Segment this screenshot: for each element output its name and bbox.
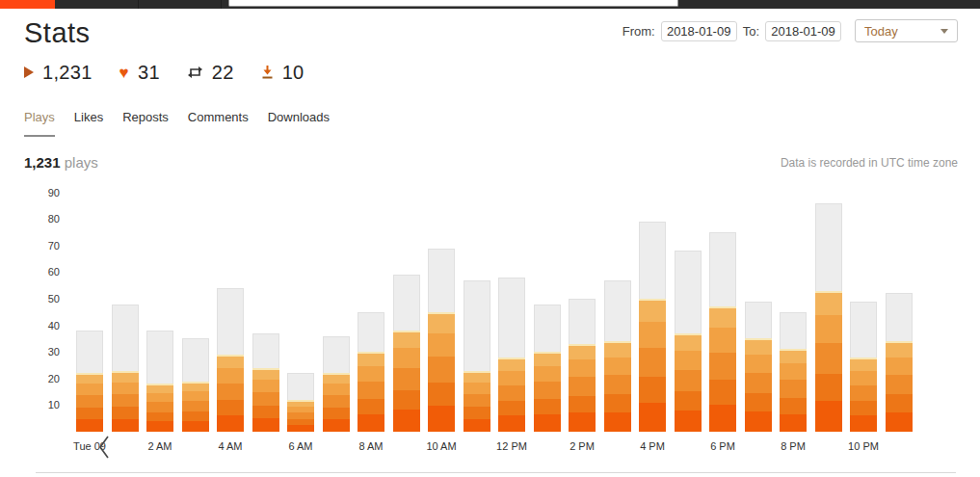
bar-highlight-segment [639, 299, 666, 432]
chart-bar[interactable] [886, 293, 913, 432]
tab-downloads[interactable]: Downloads [268, 110, 330, 137]
bar-remainder-segment [464, 280, 490, 371]
tab-comments[interactable]: Comments [188, 110, 249, 137]
bar-slot [886, 187, 913, 432]
y-tick-label: 70 [24, 240, 60, 252]
page-title: Stats [24, 18, 91, 47]
bar-slot [252, 187, 279, 432]
bar-slot: 8 PM [780, 187, 807, 432]
likes-stat: ♥ 31 [119, 62, 160, 84]
chart-bar[interactable] [112, 305, 139, 432]
from-date-input[interactable] [661, 21, 737, 41]
chart-bar[interactable] [745, 302, 772, 432]
to-date-input[interactable] [765, 21, 841, 41]
bar-remainder-segment [112, 305, 139, 371]
top-navbar [0, 0, 980, 9]
chart-bar[interactable] [498, 278, 525, 432]
bar-remainder-segment [745, 302, 772, 338]
to-label: To: [743, 24, 759, 39]
chart-bar[interactable] [358, 312, 384, 432]
plays-chart: 102030405060708090 Tue 092 AM4 AM6 AM8 A… [24, 187, 958, 472]
range-select[interactable]: Today [855, 19, 958, 42]
play-icon [24, 66, 34, 78]
y-tick-label: 30 [24, 346, 60, 358]
bar-slot [534, 187, 561, 432]
bar-remainder-segment [358, 312, 384, 352]
bar-remainder-segment [498, 278, 525, 358]
chart-bar[interactable] [569, 299, 596, 432]
stats-page: Stats From: To: Today 1,231 ♥ 31 [0, 0, 980, 473]
x-axis [76, 432, 958, 472]
chart-bar[interactable] [709, 232, 736, 432]
bar-highlight-segment [745, 338, 772, 432]
chart-bar[interactable] [780, 312, 807, 432]
bar-remainder-segment [287, 373, 314, 400]
bar-remainder-segment [569, 299, 596, 344]
chart-bar[interactable] [675, 251, 702, 432]
soundcloud-logo[interactable] [0, 0, 55, 9]
tab-reposts[interactable]: Reposts [122, 110, 169, 137]
bar-slot [815, 187, 842, 432]
bar-slot [182, 187, 209, 432]
bar-highlight-segment [287, 400, 314, 432]
tab-plays[interactable]: Plays [24, 110, 55, 137]
downloads-count: 10 [282, 62, 305, 84]
bar-remainder-segment [393, 275, 420, 331]
bar-remainder-segment [886, 293, 913, 341]
bar-slot: 2 PM [569, 187, 596, 432]
bar-slot: 2 AM [146, 187, 173, 432]
bar-highlight-segment [780, 349, 807, 432]
bar-slot [604, 187, 631, 432]
chart-title: 1,231 plays [24, 154, 98, 171]
utc-note: Data is recorded in UTC time zone [781, 156, 958, 170]
y-axis: 102030405060708090 [24, 187, 60, 432]
date-controls: From: To: Today [622, 19, 958, 42]
chart-bar[interactable] [815, 203, 842, 432]
chart-bar[interactable] [604, 280, 631, 432]
bar-slot: 6 AM [287, 187, 314, 432]
chart-bar[interactable] [464, 280, 490, 432]
bar-highlight-segment [393, 331, 420, 432]
chart-bar[interactable] [393, 275, 420, 432]
repost-icon [187, 66, 203, 79]
chart-bar[interactable] [639, 222, 666, 432]
bar-slot: 4 AM [217, 187, 244, 432]
chart-bar[interactable] [76, 331, 103, 432]
chart-bar[interactable] [182, 338, 209, 432]
bar-remainder-segment [217, 288, 244, 355]
prev-arrow-icon[interactable] [95, 434, 113, 461]
chart-bar[interactable] [252, 333, 279, 432]
chart-bar[interactable] [323, 336, 350, 432]
bar-highlight-segment [498, 358, 525, 432]
stats-tabs: PlaysLikesRepostsCommentsDownloads [24, 110, 958, 137]
bar-slot: 8 AM [358, 187, 384, 432]
bar-highlight-segment [146, 384, 173, 432]
reposts-stat: 22 [187, 62, 234, 84]
tab-likes[interactable]: Likes [74, 110, 103, 137]
bar-remainder-segment [780, 312, 807, 349]
chart-bar[interactable] [287, 373, 314, 432]
y-tick-label: 10 [24, 399, 60, 411]
range-select-value: Today [864, 24, 898, 39]
bar-slot: 10 AM [428, 187, 455, 432]
bar-highlight-segment [323, 373, 350, 432]
navbar-divider [138, 0, 139, 9]
plays-count: 1,231 [42, 62, 93, 84]
chart-bar[interactable] [850, 302, 877, 432]
y-tick-label: 60 [24, 266, 60, 278]
bars-row: Tue 092 AM4 AM6 AM8 AM10 AM12 PM2 PM4 PM… [76, 187, 958, 432]
search-input[interactable] [228, 0, 678, 7]
bar-slot [464, 187, 490, 432]
bar-highlight-segment [850, 358, 877, 432]
bar-highlight-segment [358, 352, 384, 432]
chart-bar[interactable] [428, 249, 455, 432]
bar-highlight-segment [76, 373, 103, 432]
chart-count: 1,231 [24, 154, 61, 171]
bar-remainder-segment [76, 331, 103, 373]
chart-bar[interactable] [534, 305, 561, 432]
chart-bar[interactable] [146, 331, 173, 432]
bar-highlight-segment [182, 382, 209, 432]
bar-slot: 6 PM [709, 187, 736, 432]
navbar-divider [221, 0, 222, 9]
chart-bar[interactable] [217, 288, 244, 432]
